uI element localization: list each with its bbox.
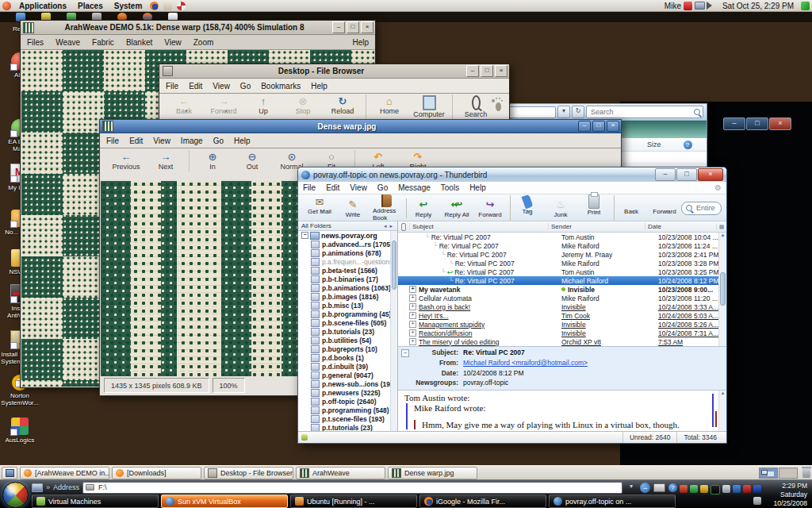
message-row[interactable]: + └ ↩ Bash.org is back! Invisible 10/24/…: [398, 302, 726, 311]
message-scrollbar[interactable]: ▲: [718, 391, 726, 432]
window-list-button[interactable]: [Downloads]: [112, 467, 201, 479]
explorer-search-input[interactable]: [589, 107, 694, 117]
network-icon[interactable]: [695, 2, 705, 10]
keyboard-icon[interactable]: [653, 483, 665, 492]
expand-thread-icon[interactable]: +: [409, 294, 416, 302]
close-icon[interactable]: ×: [698, 168, 723, 181]
message-row[interactable]: + └ ↩ My wavetank Invisible 10/23/2008 9…: [398, 285, 726, 294]
toolbar-button[interactable]: Home: [366, 94, 409, 121]
taskbar-button[interactable]: povray.off-topic on ...: [549, 495, 676, 508]
menu-item[interactable]: View: [153, 137, 170, 145]
toolbar-button[interactable]: Forward: [473, 198, 507, 218]
toolbar-button[interactable]: Get Mail: [303, 195, 336, 221]
thread-scrollbar[interactable]: ▲: [718, 233, 726, 346]
maximize-icon[interactable]: [592, 121, 605, 132]
runner-icon[interactable]: [801, 2, 810, 10]
menu-item[interactable]: Go: [240, 82, 251, 90]
message-row[interactable]: + └ ↩ The misery of video editing Orchid…: [398, 337, 726, 346]
toolbar-button[interactable]: Up: [243, 94, 283, 121]
folder-item[interactable]: p.newusers (3225): [300, 388, 397, 397]
quick-search-input[interactable]: [695, 203, 717, 213]
tray-icon[interactable]: [680, 485, 688, 493]
folder-item[interactable]: p.advanced...rs (1705): [300, 240, 397, 248]
panel-clock[interactable]: Sat Oct 25, 2:29 PM: [718, 2, 799, 10]
message-row[interactable]: + └ ↩ Re: Virtual PC 2007 Mike Raiford 1…: [398, 259, 726, 267]
panel-menu[interactable]: Places: [72, 2, 109, 10]
menu-item[interactable]: Go: [377, 183, 388, 192]
address-input[interactable]: [97, 483, 619, 492]
distro-logo-icon[interactable]: [2, 2, 11, 10]
toolbar-button[interactable]: Reply All: [440, 198, 473, 218]
size-column-header[interactable]: Size: [647, 140, 661, 148]
maximize-icon[interactable]: [481, 65, 493, 77]
tray-icon[interactable]: [690, 485, 698, 493]
user-name[interactable]: Mike: [665, 2, 681, 10]
computer-icon[interactable]: [32, 483, 43, 492]
close-icon[interactable]: ×: [769, 117, 791, 130]
toolbar-button[interactable]: Back: [614, 195, 648, 221]
menu-item[interactable]: Edit: [189, 82, 202, 90]
help-icon[interactable]: ?: [684, 140, 692, 149]
workspace-2[interactable]: [779, 468, 798, 479]
menu-item[interactable]: Blanket: [126, 38, 152, 47]
minimize-icon[interactable]: [466, 65, 479, 77]
menu-item[interactable]: Image: [181, 137, 203, 145]
account-row[interactable]: − news.povray.org: [300, 231, 397, 240]
menu-item[interactable]: File: [166, 82, 178, 90]
message-row[interactable]: + └ ↩ Re: Virtual PC 2007 Michael Raifor…: [398, 276, 726, 285]
message-row[interactable]: + └ ↩ Cellular Automata Mike Raiford 10/…: [398, 294, 726, 302]
taskbar-button[interactable]: Virtual Machines: [32, 495, 159, 508]
trash-icon[interactable]: [802, 468, 810, 478]
folder-item[interactable]: p.b.programming (45): [300, 310, 397, 318]
arahweave-titlebar[interactable]: ArahWeave DEMO 5.1k: Dense warp (158,74)…: [21, 21, 375, 35]
folder-item[interactable]: p.programming (548): [300, 406, 397, 414]
message-body[interactable]: Tom Austin wrote: Mike Raiford wrote: Hm…: [398, 391, 726, 432]
workspace-1[interactable]: [759, 468, 778, 479]
window-list-button[interactable]: Dense warp.jpg: [388, 467, 477, 479]
menu-item[interactable]: Edit: [129, 137, 143, 145]
menu-item-help[interactable]: Help: [352, 38, 369, 47]
folder-pane-header[interactable]: All Folders ◂ ▸: [298, 221, 397, 231]
tray-icon[interactable]: [700, 485, 708, 493]
sender-column-header[interactable]: Sender: [548, 223, 645, 230]
toolbar-button[interactable]: Back: [164, 94, 204, 121]
attachment-column-header[interactable]: [398, 223, 409, 231]
collapse-headers-icon[interactable]: −: [401, 349, 409, 357]
toolbar-button[interactable]: Write: [336, 198, 370, 218]
toolbar-button[interactable]: In: [189, 150, 232, 171]
prev-view-icon[interactable]: ◂: [382, 223, 389, 229]
toolbar-button[interactable]: Print: [577, 194, 611, 221]
minimize-icon[interactable]: –: [655, 168, 676, 181]
minimize-icon[interactable]: –: [723, 117, 745, 130]
folder-item[interactable]: p.b.images (1816): [300, 292, 397, 301]
menu-item[interactable]: Message: [398, 183, 431, 192]
gear-icon[interactable]: ⚙: [714, 183, 722, 192]
maximize-icon[interactable]: [347, 21, 359, 33]
volume-icon[interactable]: [707, 2, 716, 10]
menu-item[interactable]: Zoom: [193, 38, 214, 47]
toolbar-button[interactable]: Reload: [323, 94, 362, 121]
message-row[interactable]: + └ ↩ Reaction/diffusion Invisible 10/24…: [398, 329, 726, 337]
menu-item[interactable]: File: [303, 183, 316, 192]
folder-item[interactable]: p.news-sub...ions (195): [300, 379, 397, 388]
tray-icon[interactable]: [743, 485, 751, 493]
toolbar-button[interactable]: Next: [146, 150, 186, 171]
toolbar-button[interactable]: Junk: [544, 198, 577, 218]
menu-item[interactable]: Help: [469, 183, 486, 192]
taskbar-button[interactable]: iGoogle - Mozilla Fir...: [419, 495, 546, 508]
message-row[interactable]: + └ ↩ Re: Virtual PC 2007 Mike Raiford 1…: [398, 241, 726, 250]
folder-item[interactable]: p.bugreports (10): [300, 344, 397, 353]
menu-item[interactable]: Tools: [441, 183, 459, 192]
menu-item[interactable]: File: [106, 137, 119, 145]
menu-item[interactable]: Bookmarks: [261, 82, 301, 90]
toolbar-button[interactable]: Reply: [406, 198, 440, 218]
taskbar-clock[interactable]: 2:29 PM Saturday 10/25/2008: [761, 481, 810, 508]
panel-menu[interactable]: Applications: [13, 2, 72, 10]
message-row[interactable]: + └ ↩ Management stupidity Invisible 10/…: [398, 320, 726, 329]
folder-launcher-icon[interactable]: [163, 2, 172, 10]
folder-item[interactable]: p.b.animations (1063): [300, 283, 397, 292]
folder-item[interactable]: p.animations (678): [300, 248, 397, 257]
expand-thread-icon[interactable]: +: [409, 286, 416, 293]
folder-item[interactable]: p.a.frequen...-questions: [300, 257, 397, 266]
address-combo[interactable]: [504, 106, 556, 118]
